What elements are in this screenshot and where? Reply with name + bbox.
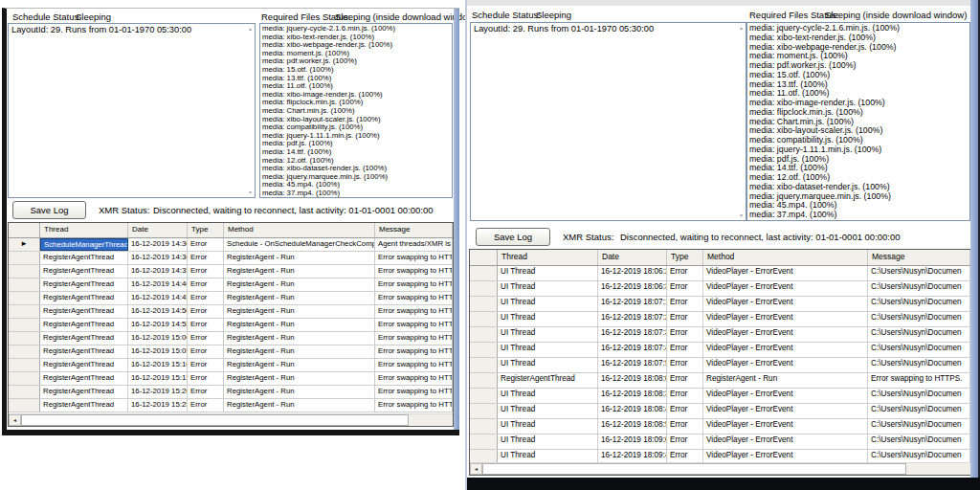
log-cell-type[interactable]: Error — [667, 343, 703, 357]
log-cell-method[interactable]: VideoPlayer - ErrorEvent — [703, 281, 868, 296]
log-cell-type[interactable]: Error — [667, 266, 703, 280]
log-cell-date[interactable]: 16-12-2019 18:07:52 — [598, 358, 667, 372]
log-row[interactable]: UI Thread16-12-2019 18:07:32ErrorVideoPl… — [470, 327, 970, 343]
media-file-item[interactable]: media: xibo-layout-scaler.js. (100%) — [262, 116, 452, 124]
log-row[interactable]: RegisterAgentThread16-12-2019 15:20:57Er… — [9, 386, 453, 399]
log-row[interactable]: UI Thread16-12-2019 18:09:02ErrorVideoPl… — [470, 434, 970, 450]
log-cell-type[interactable]: Error — [188, 359, 224, 371]
log-cell-msg[interactable]: C:\Users\Nusyn\Documen — [868, 343, 970, 357]
header-method[interactable]: Method — [224, 223, 375, 237]
row-selector-cell[interactable] — [9, 332, 40, 345]
log-cell-method[interactable]: RegisterAgent - Run — [224, 372, 375, 385]
log-cell-method[interactable]: VideoPlayer - ErrorEvent — [703, 404, 868, 418]
header-date[interactable]: Date — [128, 223, 188, 237]
media-file-item[interactable]: media: moment.js. (100%) — [262, 50, 452, 58]
log-cell-thread[interactable]: RegisterAgentThread — [40, 278, 128, 291]
scroll-up-icon[interactable]: ▲ — [739, 25, 744, 31]
log-cell-type[interactable]: Error — [188, 399, 224, 412]
media-file-item[interactable]: media: jquery-cycle-2.1.6.min.js. (100%) — [262, 25, 452, 33]
log-cell-method[interactable]: RegisterAgent - Run — [224, 345, 375, 358]
log-cell-thread[interactable]: UI Thread — [498, 434, 598, 449]
row-selector-cell[interactable] — [9, 252, 40, 264]
header-type[interactable]: Type — [188, 223, 224, 237]
log-cell-msg[interactable]: Error swapping to HTTPS — [375, 386, 453, 398]
media-file-item[interactable]: media: pdf.worker.js. (100%) — [262, 57, 452, 66]
log-cell-method[interactable]: Schedule - OnScheduleManagerCheckComplet… — [224, 238, 375, 251]
scroll-down-icon[interactable]: ▼ — [248, 189, 253, 195]
log-cell-thread[interactable]: RegisterAgentThread — [40, 345, 128, 358]
row-selector-cell[interactable] — [470, 312, 498, 326]
log-cell-method[interactable]: VideoPlayer - ErrorEvent — [703, 434, 868, 449]
log-row[interactable]: RegisterAgentThread16-12-2019 15:25:58Er… — [9, 399, 453, 412]
log-cell-date[interactable]: 16-12-2019 14:50:46 — [128, 305, 188, 318]
log-row[interactable]: RegisterAgentThread16-12-2019 15:05:51Er… — [9, 345, 453, 359]
media-file-item[interactable]: media: xibo-webpage-render.js. (100%) — [262, 41, 452, 50]
log-cell-date[interactable]: 16-12-2019 18:07:22 — [598, 312, 667, 326]
log-cell-thread[interactable]: UI Thread — [498, 297, 598, 311]
log-cell-type[interactable]: Error — [188, 319, 224, 331]
log-row[interactable]: RegisterAgentThread16-12-2019 14:55:48Er… — [9, 319, 453, 332]
log-cell-method[interactable]: VideoPlayer - ErrorEvent — [703, 266, 868, 280]
horizontal-scrollbar[interactable]: ◄ — [9, 413, 453, 426]
media-file-item[interactable]: media: 37.mp4. (100%) — [262, 189, 452, 198]
row-selector-cell[interactable] — [9, 399, 40, 412]
log-cell-method[interactable]: RegisterAgent - Run — [224, 252, 375, 264]
log-cell-method[interactable]: VideoPlayer - ErrorEvent — [703, 297, 868, 311]
log-cell-type[interactable]: Error — [188, 386, 224, 398]
log-cell-date[interactable]: 16-12-2019 18:07:42 — [598, 343, 667, 357]
log-cell-thread[interactable]: UI Thread — [498, 312, 598, 326]
log-cell-method[interactable]: RegisterAgent - Run — [224, 399, 375, 412]
log-cell-thread[interactable]: UI Thread — [498, 327, 598, 342]
log-cell-msg[interactable]: C:\Users\Nusyn\Documen — [868, 266, 970, 280]
log-cell-date[interactable]: 16-12-2019 14:45:44 — [128, 292, 188, 304]
media-file-item[interactable]: media: jquery.marquee.min.js. (100%) — [262, 173, 452, 182]
log-cell-msg[interactable]: C:\Users\Nusyn\Documen — [868, 404, 970, 418]
media-file-item[interactable]: media: pdf.js. (100%) — [262, 140, 452, 148]
row-selector-cell[interactable] — [470, 327, 498, 342]
save-log-button[interactable]: Save Log — [12, 201, 86, 219]
media-file-item[interactable]: media: Chart.min.js. (100%) — [262, 107, 452, 116]
log-cell-msg[interactable]: Agent threads/XMR is dea — [375, 238, 453, 251]
selected-row-marker-icon[interactable]: ► — [9, 238, 40, 251]
log-cell-msg[interactable]: C:\Users\Nusyn\Documen — [868, 434, 970, 449]
scroll-left-icon[interactable]: ◄ — [470, 463, 482, 475]
row-selector-cell[interactable] — [470, 343, 498, 357]
scrollbar-thumb[interactable] — [21, 414, 409, 426]
header-thread[interactable]: Thread — [498, 250, 598, 265]
log-cell-thread[interactable]: UI Thread — [498, 358, 598, 372]
required-files-list[interactable]: media: jquery-cycle-2.1.6.min.js. (100%)… — [259, 23, 453, 198]
row-selector-cell[interactable] — [470, 373, 498, 388]
media-file-item[interactable]: media: xibo-text-render.js. (100%) — [749, 33, 969, 43]
header-thread[interactable]: Thread — [40, 223, 128, 237]
log-cell-thread[interactable]: UI Thread — [498, 389, 598, 403]
row-selector-cell[interactable] — [9, 386, 40, 398]
media-file-item[interactable]: media: jquery-cycle-2.1.6.min.js. (100%) — [749, 24, 969, 33]
log-cell-type[interactable]: Error — [188, 372, 224, 385]
media-file-item[interactable]: media: jquery.marquee.min.js. (100%) — [749, 192, 969, 202]
scroll-up-icon[interactable]: ▲ — [248, 26, 253, 32]
media-file-item[interactable]: media: 37.mp4. (100%) — [749, 211, 969, 220]
media-file-item[interactable]: media: xibo-layout-scaler.js. (100%) — [749, 126, 969, 136]
log-cell-method[interactable]: RegisterAgent - Run — [224, 265, 375, 278]
row-selector-cell[interactable] — [470, 434, 498, 449]
log-cell-msg[interactable]: C:\Users\Nusyn\Documen — [868, 297, 970, 311]
log-cell-type[interactable]: Error — [667, 281, 703, 296]
log-cell-date[interactable]: 16-12-2019 18:06:23 — [598, 266, 667, 280]
log-cell-method[interactable]: VideoPlayer - ErrorEvent — [703, 419, 868, 434]
log-cell-date[interactable]: 16-12-2019 14:30:12 — [128, 238, 188, 251]
log-cell-msg[interactable]: C:\Users\Nusyn\Documen — [868, 419, 970, 434]
log-row[interactable]: UI Thread16-12-2019 18:07:52ErrorVideoPl… — [470, 358, 970, 373]
media-file-item[interactable]: media: 15.otf. (100%) — [749, 71, 969, 80]
log-row[interactable]: UI Thread16-12-2019 18:07:12ErrorVideoPl… — [470, 297, 970, 312]
log-cell-msg[interactable]: Error swapping to HTTPS — [375, 359, 453, 371]
log-cell-date[interactable]: 16-12-2019 18:08:52 — [598, 419, 667, 434]
row-selector-cell[interactable] — [9, 345, 40, 358]
log-cell-msg[interactable]: Error swapping to HTTPS — [375, 278, 453, 291]
log-cell-method[interactable]: VideoPlayer - ErrorEvent — [703, 312, 868, 326]
scroll-left-icon[interactable]: ◄ — [9, 414, 21, 426]
log-cell-msg[interactable]: Error swapping to HTTPS — [375, 399, 453, 412]
log-row[interactable]: RegisterAgentThread16-12-2019 15:00:50Er… — [9, 332, 453, 345]
row-selector-cell[interactable] — [470, 389, 498, 403]
media-file-item[interactable]: media: xibo-webpage-render.js. (100%) — [749, 43, 969, 53]
media-file-item[interactable]: media: 15.otf. (100%) — [262, 66, 452, 75]
